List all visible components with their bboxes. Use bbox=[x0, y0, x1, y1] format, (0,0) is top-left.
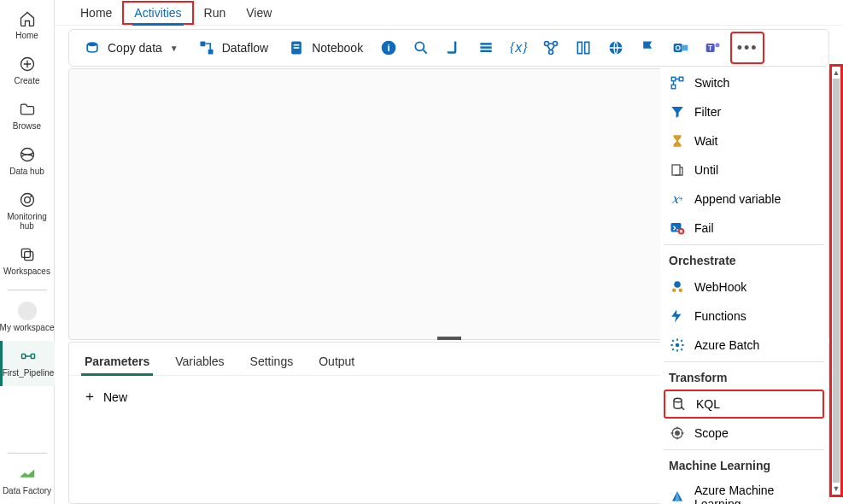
lookup-button[interactable] bbox=[406, 32, 436, 63]
dd-item-kql[interactable]: KQL bbox=[664, 390, 824, 419]
outlook-button[interactable]: O bbox=[665, 32, 696, 63]
tab-settings[interactable]: Settings bbox=[247, 348, 297, 375]
svg-text:O: O bbox=[676, 44, 682, 52]
notebook-icon bbox=[287, 38, 306, 57]
svg-rect-18 bbox=[480, 46, 491, 49]
main-area: Home Activities Run View Copy data ▼ Dat… bbox=[55, 0, 843, 504]
dd-item-azureml[interactable]: Azure Machine Learning bbox=[660, 478, 828, 504]
more-activities-button[interactable]: ••• bbox=[730, 32, 764, 64]
dd-label: Until bbox=[694, 163, 718, 177]
tab-parameters[interactable]: Parameters bbox=[81, 348, 153, 375]
dd-separator bbox=[664, 244, 824, 245]
dd-label: Azure Batch bbox=[694, 338, 759, 352]
dd-item-fail[interactable]: Fail bbox=[660, 214, 828, 243]
nav-item-datahub[interactable]: Data hub bbox=[0, 139, 55, 185]
datafactory-icon bbox=[17, 464, 38, 484]
dd-item-azurebatch[interactable]: Azure Batch bbox=[660, 331, 828, 360]
outlook-icon: O bbox=[671, 38, 690, 57]
teams-button[interactable]: T bbox=[698, 32, 729, 63]
plus-circle-icon bbox=[17, 54, 38, 74]
dd-separator bbox=[664, 361, 824, 362]
dd-item-functions[interactable]: Functions bbox=[660, 302, 828, 331]
dd-item-scope[interactable]: Scope bbox=[660, 419, 828, 448]
nav-label: Home bbox=[15, 31, 38, 40]
svg-rect-28 bbox=[682, 45, 688, 51]
dd-separator bbox=[664, 449, 824, 450]
nav-item-home[interactable]: Home bbox=[0, 3, 55, 49]
svg-rect-4 bbox=[21, 249, 30, 257]
dd-label: WebHook bbox=[694, 280, 746, 294]
nav-divider bbox=[8, 290, 47, 290]
info-button[interactable]: i bbox=[373, 32, 404, 63]
nav-label: Data hub bbox=[9, 167, 44, 176]
azureml-icon bbox=[669, 489, 686, 504]
dd-label: Switch bbox=[694, 76, 729, 90]
top-tab-row: Home Activities Run View bbox=[55, 0, 843, 26]
dd-item-webhook[interactable]: WebHook bbox=[660, 273, 828, 302]
foreach-button[interactable] bbox=[568, 32, 599, 63]
dd-item-wait[interactable]: Wait bbox=[660, 126, 828, 155]
nav-label: Data Factory bbox=[3, 486, 51, 495]
dd-item-switch[interactable]: Switch bbox=[660, 68, 828, 97]
scroll-thumb[interactable] bbox=[833, 79, 840, 483]
tab-activities[interactable]: Activities bbox=[122, 1, 193, 25]
svg-rect-17 bbox=[480, 43, 491, 45]
resize-handle[interactable] bbox=[437, 337, 461, 340]
notebook-button[interactable]: Notebook bbox=[278, 32, 372, 63]
invoke-button[interactable] bbox=[536, 32, 566, 63]
svg-point-20 bbox=[545, 42, 549, 46]
svg-point-21 bbox=[553, 42, 558, 46]
webhook-icon bbox=[669, 278, 686, 296]
nav-label: My workspace bbox=[0, 323, 54, 332]
chevron-down-icon: ▼ bbox=[170, 44, 179, 53]
svg-rect-34 bbox=[671, 85, 676, 89]
activities-dropdown: Switch Filter Wait Until 𝑥+Append variab… bbox=[660, 68, 828, 504]
hourglass-icon bbox=[669, 132, 686, 149]
workspaces-icon bbox=[17, 244, 38, 265]
svg-rect-10 bbox=[208, 50, 213, 55]
svg-point-3 bbox=[24, 197, 30, 203]
kql-icon bbox=[670, 396, 688, 413]
svg-point-42 bbox=[674, 398, 682, 402]
nav-item-pipeline[interactable]: First_Pipeline bbox=[0, 341, 55, 386]
datahub-icon bbox=[17, 144, 38, 165]
variable-button[interactable]: {x} bbox=[503, 32, 534, 63]
svg-point-16 bbox=[415, 42, 424, 50]
sproc-button[interactable] bbox=[471, 32, 501, 63]
script-button[interactable] bbox=[438, 32, 469, 63]
scroll-up-button[interactable]: ▲ bbox=[832, 67, 840, 79]
activities-toolbar: Copy data ▼ Dataflow Notebook i {x} O T … bbox=[68, 29, 829, 67]
svg-point-40 bbox=[679, 289, 683, 293]
tab-run[interactable]: Run bbox=[194, 3, 237, 23]
dd-item-appendvar[interactable]: 𝑥+Append variable bbox=[660, 185, 828, 214]
nav-item-create[interactable]: Create bbox=[0, 49, 55, 94]
append-var-icon: 𝑥+ bbox=[669, 190, 686, 208]
web-button[interactable] bbox=[600, 32, 631, 63]
dd-item-until[interactable]: Until bbox=[660, 155, 828, 185]
svg-rect-33 bbox=[679, 77, 683, 81]
svg-rect-9 bbox=[200, 42, 205, 47]
copydata-icon bbox=[83, 38, 102, 57]
copydata-button[interactable]: Copy data ▼ bbox=[74, 32, 187, 63]
svg-rect-23 bbox=[577, 42, 582, 53]
nav-label: Monitoring hub bbox=[0, 212, 55, 231]
dd-item-filter[interactable]: Filter bbox=[660, 97, 828, 126]
svg-point-22 bbox=[549, 50, 553, 55]
dataflow-button[interactable]: Dataflow bbox=[189, 32, 277, 63]
folder-icon bbox=[17, 99, 38, 120]
new-parameter-button[interactable]: ＋ New bbox=[69, 376, 141, 418]
svg-rect-24 bbox=[585, 42, 589, 53]
tab-variables[interactable]: Variables bbox=[172, 348, 227, 375]
svg-rect-12 bbox=[294, 44, 300, 46]
nav-item-myworkspace[interactable]: My workspace bbox=[0, 296, 55, 341]
nav-item-datafactory[interactable]: Data Factory bbox=[0, 459, 55, 504]
tab-view[interactable]: View bbox=[236, 3, 282, 23]
tab-output[interactable]: Output bbox=[315, 348, 358, 375]
nav-item-browse[interactable]: Browse bbox=[0, 94, 55, 139]
nav-item-monitoring[interactable]: Monitoring hub bbox=[0, 185, 55, 239]
nav-item-workspaces[interactable]: Workspaces bbox=[0, 239, 55, 284]
tab-home[interactable]: Home bbox=[70, 3, 122, 23]
info-icon: i bbox=[379, 38, 398, 57]
flag-button[interactable] bbox=[633, 32, 664, 63]
scroll-down-button[interactable]: ▼ bbox=[832, 483, 840, 495]
